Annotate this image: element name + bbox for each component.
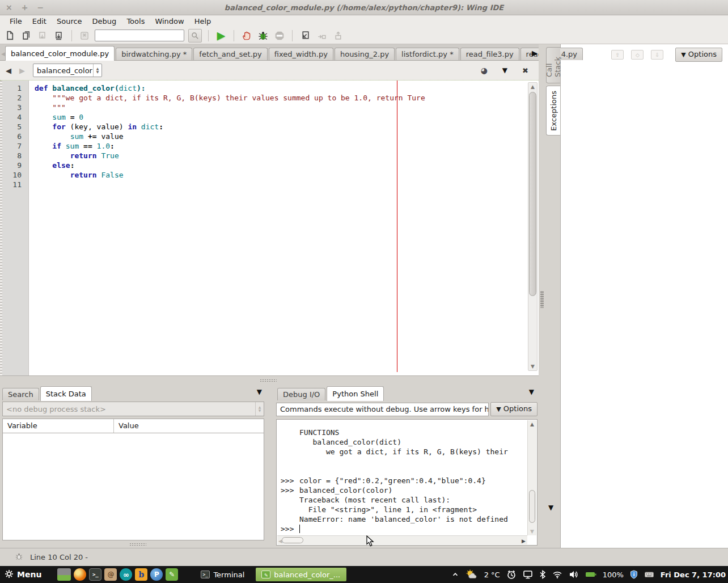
editor-vertical-scrollbar[interactable]: ▲ ▼ <box>528 82 537 371</box>
panel-menu-icon[interactable]: ▼ <box>529 388 534 396</box>
panel-tab-label: Exceptions <box>549 85 558 137</box>
menu-item-help[interactable]: Help <box>189 16 217 27</box>
column-header-value[interactable]: Value <box>114 419 143 433</box>
shell-horizontal-scrollbar[interactable]: ◀ ▶ <box>277 535 527 544</box>
menu-item-debug[interactable]: Debug <box>87 16 122 27</box>
code-line: return False <box>35 170 539 180</box>
open-file-icon[interactable] <box>20 29 32 42</box>
scroll-right-icon[interactable]: ▶ <box>522 538 526 544</box>
close-editor-icon[interactable]: ✖ <box>522 66 528 75</box>
panel-tab-debug-i-o[interactable]: Debug I/O <box>277 388 325 400</box>
menu-item-file[interactable]: File <box>5 16 27 27</box>
code-line: """we got a dict, if its R, G, B(keys) t… <box>35 93 539 103</box>
editor-tab-birdwatching-py[interactable]: birdwatching.py * <box>116 48 192 60</box>
scroll-down-icon[interactable]: ▼ <box>530 529 534 534</box>
code-token: 1.0 <box>97 142 110 150</box>
editor-tab-housing-2-py[interactable]: housing_2.py <box>335 48 395 60</box>
shell-text: we got a dict, if its R, G, B(keys) thei… <box>299 447 508 457</box>
panel-tab-python-shell[interactable]: Python Shell <box>327 386 384 401</box>
debug-bug-icon[interactable] <box>257 29 269 42</box>
keyboard-icon[interactable] <box>644 571 654 578</box>
search-input[interactable] <box>95 29 184 41</box>
scroll-down-icon[interactable]: ▼ <box>528 364 537 369</box>
save-all-icon[interactable] <box>53 29 65 42</box>
clock-text[interactable]: Fri Dec 7, 17:00 <box>661 571 726 579</box>
tray-expand-icon[interactable] <box>451 571 459 578</box>
task-button-balanced-color[interactable]: ✎balanced_color_... <box>256 568 346 581</box>
panel-resize-handle[interactable] <box>0 540 266 548</box>
menu-item-source[interactable]: Source <box>52 16 87 27</box>
weather-icon[interactable] <box>465 569 478 580</box>
wing-launcher-icon[interactable]: ✎ <box>166 568 178 581</box>
battery-icon[interactable] <box>585 571 596 578</box>
panel-tab-exceptions[interactable]: Exceptions <box>546 86 560 136</box>
tab-scroll-left-icon[interactable]: ◀ <box>1 51 5 60</box>
debug-run-icon[interactable]: ▶ <box>215 29 227 42</box>
display-icon[interactable] <box>523 570 533 579</box>
media-launcher-icon[interactable]: ∞ <box>120 568 132 581</box>
menu-item-window[interactable]: Window <box>150 16 189 27</box>
debug-stack-combo[interactable]: <no debug process stack> ▲ ▼ <box>2 402 264 416</box>
code-area[interactable]: def balanced_color(dict): """we got a di… <box>29 81 539 375</box>
history-forward-icon[interactable]: ▶ <box>19 66 25 75</box>
volume-icon[interactable] <box>569 570 579 579</box>
window-maximize-button[interactable]: + <box>22 3 28 11</box>
column-header-variable[interactable]: Variable <box>3 419 114 433</box>
editor-menu-dropdown-icon[interactable]: ▼ <box>502 66 507 74</box>
panel-tab-stack-data[interactable]: Stack Data <box>40 386 92 401</box>
shell-vertical-scrollbar[interactable]: ▲ ▼ <box>527 420 536 535</box>
moon-icon[interactable]: ◕ <box>481 66 488 75</box>
panel-collapse-icon[interactable]: ▼ <box>548 504 553 512</box>
show-desktop-launcher-icon[interactable] <box>57 568 71 581</box>
splitter-handle[interactable] <box>260 379 277 382</box>
tab-overflow-icon[interactable]: ▶ <box>532 49 537 57</box>
devtool-launcher-icon[interactable]: P <box>150 568 163 581</box>
python-shell[interactable]: FUNCTIONS balanced_color(dict) we got a … <box>276 419 537 546</box>
mail-launcher-icon[interactable]: @ <box>104 568 117 581</box>
symbol-combo[interactable]: balanced_color ▲ ▼ <box>33 64 102 77</box>
scroll-up-icon[interactable]: ▲ <box>530 421 534 427</box>
editor-tab-fixed-width-py[interactable]: fixed_width.py <box>269 48 333 60</box>
scrollbar-thumb[interactable] <box>529 92 536 296</box>
vertical-splitter[interactable] <box>539 44 545 548</box>
call-stack-options-button[interactable]: ▼Options <box>675 48 722 62</box>
shell-options-button[interactable]: ▼Options <box>490 402 537 416</box>
window-close-button[interactable]: × <box>6 3 12 11</box>
scrollbar-thumb[interactable] <box>282 537 303 543</box>
editor-tab-listfordict-py[interactable]: listfordict.py * <box>396 48 459 60</box>
alarm-clock-icon[interactable] <box>506 569 517 580</box>
splitter-handle[interactable] <box>540 291 544 308</box>
terminal-launcher-icon[interactable]: >_ <box>89 568 101 581</box>
history-back-icon[interactable]: ◀ <box>6 66 11 75</box>
code-editor[interactable]: 1234567891011 def balanced_color(dict): … <box>0 81 539 376</box>
horizontal-splitter[interactable] <box>0 376 539 385</box>
panel-tab-search[interactable]: Search <box>2 388 39 400</box>
bluefish-launcher-icon[interactable]: b <box>135 568 147 581</box>
code-line: for (key, value) in dict: <box>35 122 539 132</box>
splitter-handle[interactable] <box>129 543 146 546</box>
menu-button[interactable]: Menu <box>2 569 46 580</box>
new-file-icon[interactable] <box>3 29 16 42</box>
scroll-up-icon[interactable]: ▲ <box>528 84 537 90</box>
browser-launcher-icon[interactable] <box>74 568 86 581</box>
shield-icon[interactable]: i <box>630 570 638 579</box>
editor-tab-balanced-color-module-py[interactable]: balanced_color_module.py <box>5 46 115 61</box>
editor-tab-read-file3-py[interactable]: read_file3.py <box>460 48 519 60</box>
step-into-icon[interactable] <box>299 29 311 42</box>
symbol-combo-spinner[interactable]: ▲ ▼ <box>93 64 101 77</box>
shell-output[interactable]: FUNCTIONS balanced_color(dict) we got a … <box>277 420 537 534</box>
window-minimize-button[interactable]: − <box>37 3 44 11</box>
bluetooth-icon[interactable] <box>539 570 546 579</box>
panel-tab-call-stack[interactable]: Call Stack <box>546 47 560 83</box>
menu-item-edit[interactable]: Edit <box>27 16 52 27</box>
pause-hand-icon[interactable] <box>240 29 253 42</box>
search-button[interactable] <box>188 29 202 43</box>
panel-menu-icon[interactable]: ▼ <box>257 388 262 396</box>
scrollbar-thumb[interactable] <box>529 490 535 523</box>
symbol-combo-value: balanced_color <box>33 66 93 75</box>
wifi-icon[interactable] <box>552 571 562 578</box>
shell-line: >>>color = {"red":0.2,"green":0.4,"blue"… <box>277 476 537 485</box>
menu-item-tools[interactable]: Tools <box>121 16 150 27</box>
editor-tab-fetch-and-set-py[interactable]: fetch_and_set.py <box>193 48 267 60</box>
task-button-terminal[interactable]: >_Terminal <box>195 568 250 581</box>
